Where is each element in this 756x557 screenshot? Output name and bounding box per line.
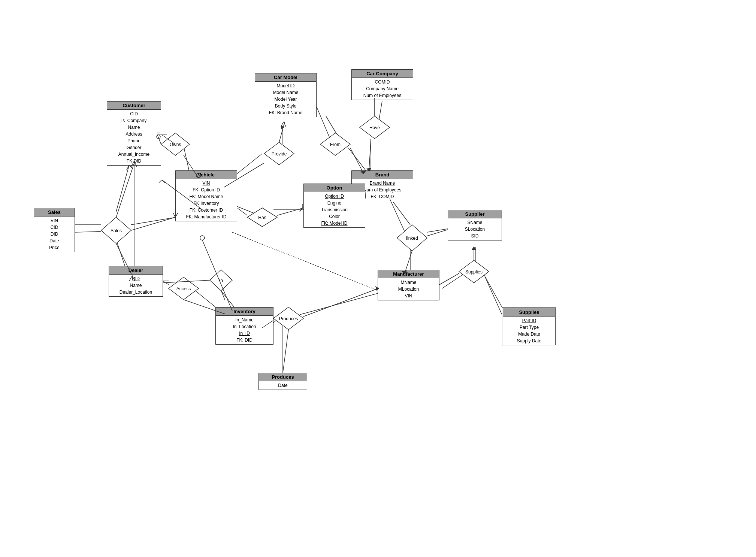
produces-header: Produces	[259, 373, 307, 381]
manufacturer-entity: Manufacturer MNameMLocationVIN	[378, 270, 439, 300]
dealer-header: Dealer	[109, 266, 163, 275]
dealer-entity: Dealer DID NameDealer_Location	[109, 266, 163, 297]
vehicle-entity: Vehicle VIN FK: Option IDFK: Model NameF…	[175, 170, 237, 221]
diagram-container: Sales VINCIDDIDDatePrice Customer CID Is…	[0, 0, 756, 557]
carmodel-entity: Car Model Model ID Model NameModel YearB…	[255, 73, 317, 117]
svg-line-3	[116, 165, 129, 212]
svg-line-24	[300, 292, 382, 315]
carmodel-body: Model ID Model NameModel YearBody StyleF…	[255, 82, 316, 117]
svg-marker-35	[375, 121, 381, 124]
carcompany-body: COMID Company NameNum of Employees	[352, 78, 413, 100]
supplier-entity: Supplier SNameSLocationSID	[448, 210, 502, 240]
customer-entity: Customer CID Is_CompanyNameAddressPhoneG…	[107, 101, 161, 166]
vehicle-header: Vehicle	[176, 171, 237, 179]
svg-line-26	[442, 273, 465, 288]
inventory-header: Inventory	[216, 308, 273, 316]
carcompany-entity: Car Company COMID Company NameNum of Emp…	[351, 69, 413, 100]
inventory-body: In_NameIn_LocationIn_IDFK: DID	[216, 316, 273, 344]
svg-line-13	[326, 116, 337, 135]
svg-line-28	[483, 273, 502, 307]
svg-line-19	[427, 228, 450, 232]
customer-header: Customer	[107, 102, 161, 110]
sales-entity: Sales VINCIDDIDDatePrice	[34, 208, 75, 252]
option-header: Option	[304, 184, 365, 192]
option-entity: Option Option ID EngineTransmissionColor…	[303, 184, 365, 228]
supplier-header: Supplier	[448, 210, 502, 218]
produces-body: Date	[259, 381, 307, 390]
svg-line-30	[129, 165, 133, 169]
svg-line-9	[236, 206, 255, 214]
supplier-body: SNameSLocationSID	[448, 218, 502, 240]
sales-header: Sales	[34, 208, 75, 217]
inventory-entity: Inventory In_NameIn_LocationIn_IDFK: DID	[215, 307, 273, 345]
dealer-body: DID NameDealer_Location	[109, 275, 163, 296]
svg-line-22	[217, 281, 225, 300]
vehicle-body: VIN FK: Option IDFK: Model NameFK Invent…	[176, 179, 237, 221]
sales-body: VINCIDDIDDatePrice	[34, 217, 75, 252]
svg-line-29	[232, 232, 382, 292]
brand-header: Brand	[352, 171, 413, 179]
svg-line-15	[378, 101, 382, 124]
supplies-header: Supplies	[503, 308, 555, 317]
option-body: Option ID EngineTransmissionColorFK: Mod…	[304, 192, 365, 227]
manufacturer-header: Manufacturer	[378, 270, 439, 278]
manufacturer-body: MNameMLocationVIN	[378, 278, 439, 300]
svg-marker-33	[281, 125, 284, 130]
produces-entity: Produces Date	[258, 373, 307, 390]
carcompany-header: Car Company	[352, 70, 413, 78]
supplies-entity: Supplies Part ID Part TypeMade DateSuppl…	[502, 307, 556, 346]
carmodel-header: Car Model	[255, 73, 316, 82]
customer-body: CID Is_CompanyNameAddressPhoneGenderAnnu…	[107, 110, 161, 165]
svg-line-5	[131, 217, 176, 225]
supplies-body: Part ID Part TypeMade DateSupply Date	[503, 317, 555, 345]
svg-line-17	[393, 202, 410, 225]
svg-line-14	[348, 148, 367, 172]
